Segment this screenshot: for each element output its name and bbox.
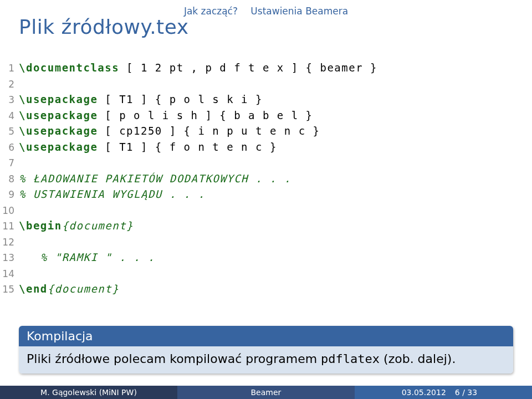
nav-section: Jak zacząć? [184,6,238,17]
block-body: Pliki źródłowe polecam kompilować progra… [19,346,513,374]
footer-page: 6 / 33 [455,388,477,397]
kompilacja-block: Kompilacja Pliki źródłowe polecam kompil… [19,326,513,374]
footer: M. Gągolewski (MiNI PW) Beamer 03.05.201… [0,386,532,399]
nav-breadcrumb: Jak zacząć? Ustawienia Beamera [0,6,532,17]
footer-author: M. Gągolewski (MiNI PW) [0,386,177,399]
frame-title: Plik źródłowy.tex [19,16,189,38]
code-listing: 1\documentclass [ 1 2 pt , p d f t e x ]… [0,60,513,297]
footer-title: Beamer [177,386,355,399]
footer-right: 03.05.2012 6 / 33 [355,386,532,399]
block-title: Kompilacja [19,326,513,346]
footer-date: 03.05.2012 [402,388,446,397]
nav-subsection: Ustawienia Beamera [250,6,348,17]
